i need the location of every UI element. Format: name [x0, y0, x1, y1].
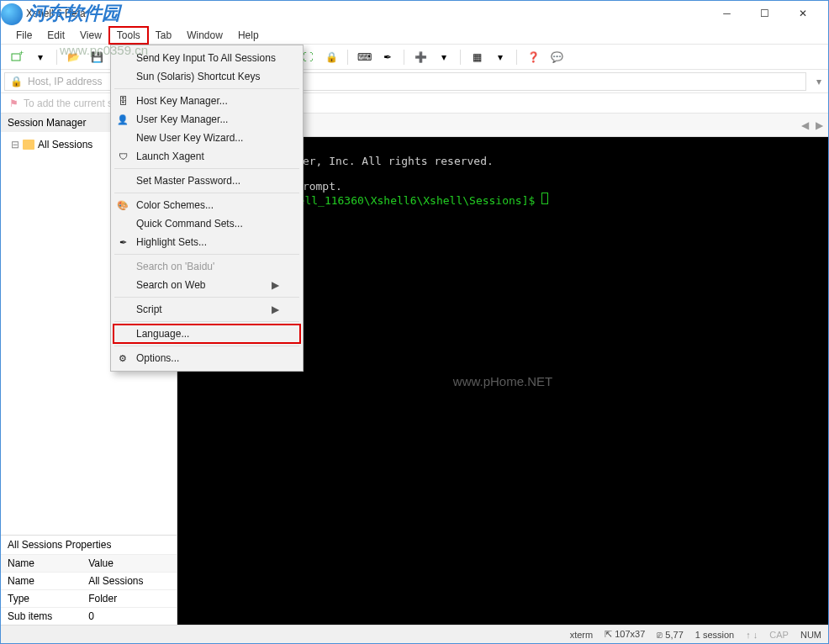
menu-item-label: New User Key Wizard... — [136, 132, 243, 144]
menu-item-label: Search on 'Baidu' — [136, 261, 214, 272]
keyboard-button[interactable]: ⌨ — [355, 48, 373, 66]
menu-help[interactable]: Help — [231, 28, 266, 43]
close-button[interactable]: ✕ — [784, 1, 821, 26]
menu-item-icon: 🎨 — [116, 198, 129, 212]
status-size: ⇱ 107x37 — [605, 629, 645, 640]
menu-item-launch-xagent[interactable]: 🛡Launch Xagent — [111, 147, 303, 166]
minimize-button[interactable]: ─ — [708, 1, 746, 26]
menu-separator — [114, 346, 299, 346]
menu-item-set-master-password[interactable]: Set Master Password... — [111, 172, 303, 190]
menu-item-label: Sun (Solaris) Shortcut Keys — [136, 71, 260, 82]
menu-tab[interactable]: Tab — [149, 28, 178, 43]
menu-separator — [114, 254, 299, 255]
tab-prev-button[interactable]: ◀ — [801, 119, 809, 131]
menu-item-highlight-sets[interactable]: ✒Highlight Sets... — [111, 233, 303, 251]
terminal-watermark: www.pHome.NET — [453, 374, 552, 388]
submenu-arrow-icon: ▶ — [272, 304, 279, 315]
window-title: Xshell 6 Beta — [26, 8, 708, 19]
save-button[interactable]: 💾 — [87, 48, 106, 66]
help-button[interactable]: ❓ — [524, 48, 542, 66]
menu-item-host-key-manager[interactable]: 🗄Host Key Manager... — [111, 92, 303, 110]
titlebar: Xshell 6 Beta ─ ☐ ✕ — [1, 1, 828, 26]
menu-item-icon: 🛡 — [116, 150, 129, 163]
menu-item-label: Send Key Input To All Sessions — [136, 52, 276, 64]
menu-item-new-user-key-wizard[interactable]: New User Key Wizard... — [111, 129, 303, 147]
dropdown-arrow[interactable]: ▾ — [31, 48, 50, 66]
menu-item-sun-solaris-shortcut-keys[interactable]: Sun (Solaris) Shortcut Keys — [111, 67, 303, 86]
menu-edit[interactable]: Edit — [40, 28, 71, 43]
status-session: 1 session — [695, 630, 734, 640]
props-hdr-value: Value — [82, 555, 177, 573]
menu-item-label: Search on Web — [136, 279, 206, 291]
menu-item-icon: ✒ — [116, 235, 129, 249]
menu-item-script[interactable]: Script▶ — [111, 300, 303, 319]
status-pos: ⎚ 5,77 — [657, 630, 683, 640]
tree-root-label: All Sessions — [38, 139, 92, 150]
menu-item-color-schemes[interactable]: 🎨Color Schemes... — [111, 196, 303, 214]
menu-item-search-on-web[interactable]: Search on Web▶ — [111, 276, 303, 294]
menu-item-user-key-manager[interactable]: 👤User Key Manager... — [111, 110, 303, 129]
app-icon — [8, 7, 21, 20]
menu-item-icon: ⚙ — [116, 351, 129, 365]
menu-item-label: Highlight Sets... — [136, 236, 207, 248]
menu-item-search-on-baidu: Search on 'Baidu' — [111, 257, 303, 276]
menu-separator — [114, 168, 299, 169]
menu-file[interactable]: File — [9, 28, 39, 43]
menu-item-label: Language... — [136, 328, 189, 340]
menu-separator — [114, 297, 299, 298]
statusbar: xterm ⇱ 107x37 ⎚ 5,77 1 session ↑ ↓ CAP … — [1, 625, 828, 643]
flag-icon: ⚑ — [9, 98, 18, 109]
menu-separator — [114, 321, 299, 322]
svg-text:+: + — [19, 50, 24, 57]
lock-icon: 🔒 — [10, 76, 23, 87]
properties-title: All Sessions Properties — [1, 536, 177, 554]
layout-button[interactable]: ▦ — [467, 48, 486, 66]
new-session-button[interactable]: + — [8, 48, 26, 66]
lock-button[interactable]: 🔒 — [322, 48, 341, 66]
maximize-button[interactable]: ☐ — [746, 1, 784, 26]
chat-button[interactable]: 💬 — [547, 48, 566, 66]
menu-tools[interactable]: Tools — [110, 28, 147, 43]
tab-next-button[interactable]: ▶ — [816, 119, 823, 131]
open-button[interactable]: 📂 — [64, 48, 82, 66]
menu-item-options[interactable]: ⚙Options... — [111, 349, 303, 367]
props-row: TypeFolder — [1, 590, 177, 608]
menu-window[interactable]: Window — [180, 28, 230, 43]
menu-item-icon: 🗄 — [116, 94, 129, 108]
folder-icon — [23, 140, 34, 150]
properties-panel: All Sessions Properties NameValue NameAl… — [1, 535, 177, 625]
expand-icon[interactable]: ⊟ — [11, 139, 19, 150]
menu-view[interactable]: View — [73, 28, 108, 43]
dropdown-arrow-2[interactable]: ▾ — [435, 48, 453, 66]
menu-item-label: Options... — [136, 352, 179, 364]
menu-item-quick-command-sets[interactable]: Quick Command Sets... — [111, 214, 303, 233]
status-num: NUM — [800, 630, 821, 640]
status-updown: ↑ ↓ — [746, 630, 758, 640]
props-hdr-name: Name — [1, 555, 82, 573]
props-row: NameAll Sessions — [1, 573, 177, 590]
address-dropdown[interactable]: ▾ — [810, 72, 828, 91]
menu-item-label: Set Master Password... — [136, 175, 240, 187]
menu-item-label: Script — [136, 304, 162, 315]
status-cap: CAP — [769, 630, 789, 640]
menu-item-label: User Key Manager... — [136, 113, 228, 125]
menu-separator — [114, 193, 299, 193]
menu-item-icon: 👤 — [116, 113, 129, 126]
highlight-button[interactable]: ✒ — [378, 48, 397, 66]
tools-dropdown: Send Key Input To All SessionsSun (Solar… — [110, 45, 304, 372]
menu-separator — [114, 88, 299, 89]
address-placeholder: Host, IP address — [28, 76, 103, 87]
submenu-arrow-icon: ▶ — [272, 279, 279, 291]
menu-item-language[interactable]: Language... — [111, 325, 303, 343]
menu-item-send-key-input-to-all-sessions[interactable]: Send Key Input To All Sessions — [111, 49, 303, 67]
add-button[interactable]: ➕ — [411, 48, 430, 66]
menu-item-label: Launch Xagent — [136, 150, 204, 162]
menubar: File Edit View Tools Tab Window Help — [1, 26, 828, 45]
menu-item-label: Color Schemes... — [136, 199, 214, 211]
dropdown-arrow-3[interactable]: ▾ — [491, 48, 510, 66]
menu-item-label: Quick Command Sets... — [136, 218, 243, 230]
status-term: xterm — [570, 630, 594, 640]
menu-item-label: Host Key Manager... — [136, 95, 228, 107]
props-row: Sub items0 — [1, 608, 177, 626]
